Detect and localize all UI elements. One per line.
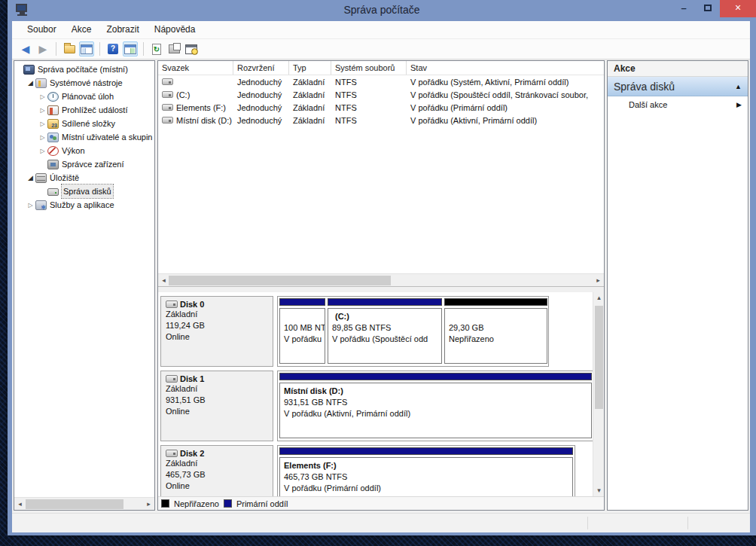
volume-row-system[interactable]: Jednoduchý Základní NTFS V pořádku (Syst… [158,75,604,88]
expander-collapsed-icon[interactable]: ▷ [26,202,35,209]
close-button[interactable]: × [720,0,756,17]
volume-row-elements-f[interactable]: Elements (F:) Jednoduchý Základní NTFS V… [158,101,604,114]
expander-collapsed-icon[interactable]: ▷ [38,107,47,114]
tree-item-shared-folders[interactable]: ▷Sdílené složky [14,117,154,130]
partition-c[interactable]: (C:) 89,85 GB NTFS V pořádku (Spouštěcí … [328,298,442,364]
up-level-button[interactable] [62,41,77,56]
tree-horizontal-scrollbar[interactable]: ◂ ▸ [14,497,154,510]
volume-icon [162,117,173,124]
tree-item-performance[interactable]: ▷Výkon [14,144,154,157]
partition-elements-f[interactable]: Elements (F:) 465,73 GB NTFS V pořádku (… [279,447,573,496]
action-item-more-actions[interactable]: Další akce ▶ [608,96,748,113]
pane-splitter[interactable] [158,286,604,292]
action-pane-title: Akce [608,61,748,77]
menu-akce[interactable]: Akce [64,21,99,38]
properties-button[interactable] [166,41,181,56]
computer-management-window: Správa počítače – × Soubor Akce Zobrazit… [8,0,756,535]
tree-item-event-viewer[interactable]: ▷Prohlížeč událostí [14,103,154,117]
scroll-up-icon[interactable]: ▴ [593,292,604,304]
action-section-disk-management[interactable]: Správa disků ▲ [608,77,748,96]
workspace: Správa počítače (místní) ◢Systémové nást… [12,59,750,513]
graphic-vertical-scrollbar[interactable]: ▴ ▾ [593,292,604,496]
legend-label-primary: Primární oddíl [236,499,288,508]
primary-partition-bar [279,298,325,306]
partition-legend: Nepřiřazeno Primární oddíl [158,496,604,510]
maximize-button[interactable] [696,0,720,17]
scroll-left-icon[interactable]: ◂ [14,498,26,511]
volume-list-horizontal-scrollbar[interactable]: ◂ ▸ [158,273,604,286]
column-header-stav[interactable]: Stav [407,61,604,75]
volume-icon [162,104,173,111]
console-tree-toggle-button[interactable] [79,41,94,56]
volume-row-c[interactable]: (C:) Jednoduchý Základní NTFS V pořádku … [158,88,604,101]
action-pane-toggle-button[interactable] [123,41,138,56]
tree-item-storage[interactable]: ◢Úložiště [14,171,154,185]
toolbar: ◀ ▶ ? ↻ [12,39,750,59]
desktop: { "window": { "title": "Správa počítače"… [0,0,756,546]
volume-list-header: Svazek Rozvržení Typ Systém souborů Stav [158,61,604,75]
partition-local-disk-d[interactable]: Místní disk (D:) 931,51 GB NTFS V pořádk… [279,373,592,438]
disk-icon [166,375,178,383]
expander-expanded-icon[interactable]: ◢ [26,79,35,87]
help-button[interactable]: ? [105,41,120,56]
title-bar[interactable]: Správa počítače – × [8,0,756,21]
disk-1-header[interactable]: Disk 1 Základní 931,51 GB Online [160,371,273,441]
primary-partition-swatch-icon [224,499,232,508]
volume-icon [162,78,173,85]
tree-item-task-scheduler[interactable]: ▷Plánovač úloh [14,90,154,103]
toolbar-separator [56,42,56,56]
tree-item-disk-management[interactable]: Správa disků [14,185,154,198]
expander-collapsed-icon[interactable]: ▷ [38,134,47,141]
menu-napoveda[interactable]: Nápověda [147,21,203,38]
forward-button[interactable]: ▶ [35,41,50,56]
menu-zobrazit[interactable]: Zobrazit [99,21,146,38]
column-header-svazek[interactable]: Svazek [158,61,233,75]
disk-2-header[interactable]: Disk 2 Základní 465,73 GB Online [160,445,273,496]
folder-up-icon [64,45,75,53]
tree-item-system-tools[interactable]: ◢Systémové nástroje [14,76,154,90]
volume-row-local-disk-d[interactable]: Místní disk (D:) Jednoduchý Základní NTF… [158,114,604,127]
statusbar-separator [687,517,688,529]
partition-unallocated[interactable]: 29,30 GB Nepřiřazeno [444,298,547,364]
console-tree-pane: Správa počítače (místní) ◢Systémové nást… [14,60,155,511]
maximize-icon [704,5,712,11]
disk-settings-icon [185,44,197,54]
disk-0-header[interactable]: Disk 0 Základní 119,24 GB Online [160,296,273,367]
partition-system-reserved[interactable]: 100 MB NTFS V pořádku [279,298,325,364]
minimize-button[interactable]: – [672,0,696,17]
column-header-rozvrzeni[interactable]: Rozvržení [233,61,289,75]
legend-label-unallocated: Nepřiřazeno [174,499,219,508]
column-header-system-souboru[interactable]: Systém souborů [331,61,407,75]
back-arrow-icon: ◀ [22,44,30,54]
scroll-left-icon[interactable]: ◂ [158,274,169,287]
expander-expanded-icon[interactable]: ◢ [26,174,35,181]
users-icon [47,133,59,142]
tree-item-local-users-groups[interactable]: ▷Místní uživatelé a skupin [14,130,154,144]
scroll-down-icon[interactable]: ▾ [593,485,604,496]
scrollbar-thumb[interactable] [169,276,391,285]
collapse-icon[interactable]: ▲ [735,83,742,90]
tree-item-computer-management[interactable]: Správa počítače (místní) [14,63,154,76]
services-icon [35,200,47,210]
statusbar-separator [587,517,588,529]
tools-icon [35,78,47,88]
scrollbar-thumb[interactable] [26,499,123,509]
volume-list: Svazek Rozvržení Typ Systém souborů Stav… [158,61,604,273]
tree-item-device-manager[interactable]: Správce zařízení [14,157,154,171]
help-icon: ? [108,44,118,54]
tree-item-services-applications[interactable]: ▷Služby a aplikace [14,198,154,212]
scroll-right-icon[interactable]: ▸ [143,498,154,511]
menu-soubor[interactable]: Soubor [20,21,64,38]
computer-icon [23,65,35,75]
expander-collapsed-icon[interactable]: ▷ [38,120,47,127]
expander-collapsed-icon[interactable]: ▷ [38,148,47,154]
disk-2-partitions: Elements (F:) 465,73 GB NTFS V pořádku (… [277,445,575,496]
scrollbar-thumb[interactable] [595,306,603,409]
expander-collapsed-icon[interactable]: ▷ [38,93,47,100]
back-button[interactable]: ◀ [18,41,33,56]
refresh-button[interactable]: ↻ [149,41,164,56]
window-title: Správa počítače [8,0,756,21]
disk-management-settings-button[interactable] [184,41,199,56]
column-header-typ[interactable]: Typ [289,61,331,75]
scroll-right-icon[interactable]: ▸ [593,274,604,287]
